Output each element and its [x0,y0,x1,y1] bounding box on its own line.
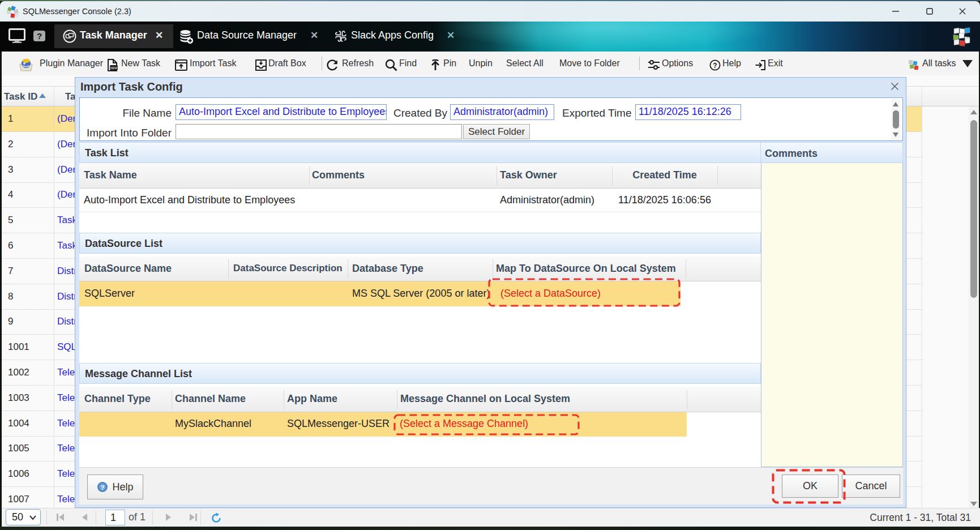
svg-text:?: ? [101,484,105,491]
svg-text:?: ? [713,62,717,70]
svg-text:NEW: NEW [110,66,118,70]
